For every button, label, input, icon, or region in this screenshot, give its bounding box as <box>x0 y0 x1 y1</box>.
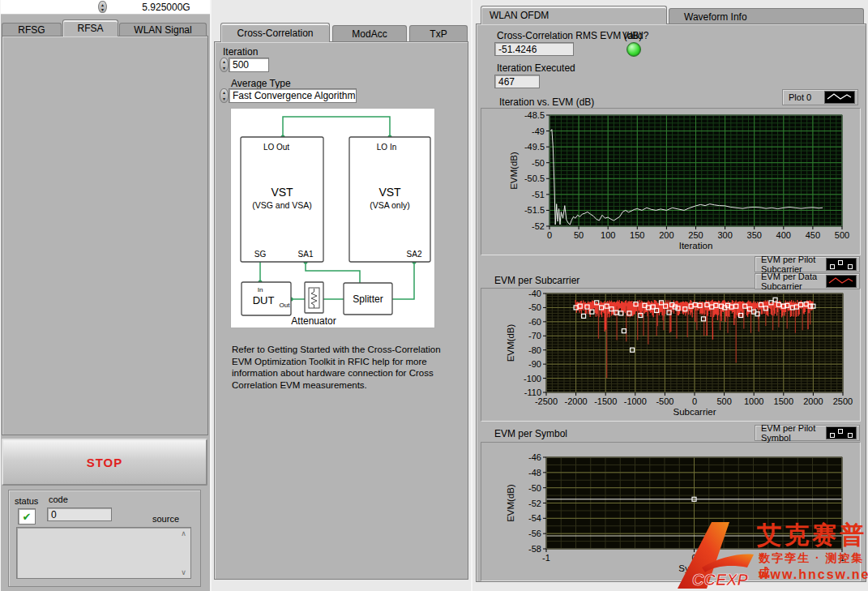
svg-text:-500: -500 <box>656 396 673 406</box>
data-subcarrier-legend[interactable]: EVM per Data Subcarrier <box>755 273 860 289</box>
svg-text:-48.5: -48.5 <box>524 110 545 120</box>
evm-subcarrier-graph: -2500-2000-1500-1000-5000500100015002000… <box>481 288 861 422</box>
spinner-up-icon[interactable]: ▴ <box>223 90 225 95</box>
svg-text:-58: -58 <box>528 544 541 554</box>
line-icon <box>826 275 857 288</box>
iteration-evm-graph: 050100150200250300350400450500-48.5-49-4… <box>481 108 861 255</box>
attenuator-label: Attenuator <box>291 315 336 327</box>
rms-evm-field[interactable]: -51.4246 <box>494 42 574 56</box>
svg-text:100: 100 <box>601 230 615 240</box>
svg-text:500: 500 <box>835 230 849 240</box>
svg-text:-49: -49 <box>532 126 545 136</box>
vst1-title: VST <box>271 186 293 199</box>
tab-cross-correlation-label: Cross-Correlation <box>237 28 313 39</box>
svg-text:2000: 2000 <box>803 396 823 406</box>
svg-text:-52: -52 <box>528 499 541 508</box>
iteration-stepper[interactable]: ▴ ▾ <box>220 58 229 72</box>
svg-text:50: 50 <box>574 230 584 240</box>
svg-text:-50: -50 <box>528 302 541 312</box>
svg-text:-51.5: -51.5 <box>524 205 545 215</box>
scrollbar[interactable]: ∧ ∨ <box>178 529 189 576</box>
svg-text:-56: -56 <box>528 529 541 538</box>
svg-text:-54: -54 <box>528 513 541 523</box>
tab-wlan-ofdm-label: WLAN OFDM <box>490 10 549 21</box>
help-note: Refer to Getting Started with the Cross-… <box>232 344 449 392</box>
sa1-port-label: SA1 <box>298 250 314 259</box>
plot0-legend[interactable]: Plot 0 <box>782 89 858 105</box>
code-value: 0 <box>51 509 57 520</box>
tab-modacc[interactable]: ModAcc <box>332 25 407 41</box>
watermark: CCEXP 艾克赛普 数字孪生 · 测控集成 www.hncsw.net <box>669 517 868 591</box>
svg-text:-60: -60 <box>528 317 541 327</box>
svg-text:-46: -46 <box>528 452 541 462</box>
svg-text:350: 350 <box>747 230 762 240</box>
tab-waveform-info-label: Waveform Info <box>684 11 747 23</box>
plot0-legend-label: Plot 0 <box>789 92 811 102</box>
data-subcarrier-legend-label: EVM per Data Subcarrier <box>761 272 823 291</box>
stop-button[interactable]: STOP <box>2 439 207 486</box>
dut-in-label: In <box>258 286 263 293</box>
tab-waveform-info[interactable]: Waveform Info <box>669 8 864 24</box>
tab-wlan-signal-label: WLAN Signal <box>134 24 191 36</box>
svg-text:-49.5: -49.5 <box>524 142 545 152</box>
svg-text:0: 0 <box>547 230 552 240</box>
svg-text:0: 0 <box>692 396 697 406</box>
svg-text:-90: -90 <box>528 359 541 369</box>
pilot-symbol-legend[interactable]: EVM per Pilot Symbol <box>755 425 860 441</box>
tab-rfsa[interactable]: RFSA <box>62 19 118 36</box>
dut-label: DUT <box>253 294 275 306</box>
tab-txp-label: TxP <box>430 28 447 40</box>
svg-text:-1: -1 <box>542 553 550 563</box>
spinner-down-icon[interactable]: ▾ <box>223 96 225 101</box>
iteration-executed-label: Iteration Executed <box>497 62 575 74</box>
average-type-stepper[interactable]: ▴ ▾ <box>220 88 229 103</box>
svg-text:-110: -110 <box>524 388 541 397</box>
rfsa-tab-page <box>2 36 208 435</box>
tab-wlan-signal[interactable]: WLAN Signal <box>119 23 207 36</box>
iteration-field[interactable]: 500 <box>229 58 269 72</box>
spinner-up-icon[interactable]: ▴ <box>223 59 225 64</box>
pilot-subcarrier-legend[interactable]: EVM per Pilot Subcarrier <box>755 256 860 272</box>
svg-text:-50: -50 <box>532 158 545 168</box>
average-type-value: Fast Convergence Algorithm <box>233 90 355 101</box>
tab-modacc-label: ModAcc <box>352 28 387 40</box>
ccexp-brand-text: CCEXP <box>692 571 749 589</box>
svg-text:150: 150 <box>630 230 644 240</box>
sa2-port-label: SA2 <box>407 250 422 259</box>
svg-text:-2500: -2500 <box>535 396 558 406</box>
svg-text:Iteration: Iteration <box>679 241 713 251</box>
frequency-stepper[interactable]: ▴ ▾ <box>98 1 107 13</box>
source-field[interactable]: ∧ ∨ <box>16 527 191 579</box>
tab-cross-correlation[interactable]: Cross-Correlation <box>220 23 330 42</box>
code-label: code <box>49 495 68 504</box>
vst2-title: VST <box>378 186 401 199</box>
vst1-subtitle: (VSG and VSA) <box>252 200 312 210</box>
tab-rfsa-label: RFSA <box>77 23 103 34</box>
iteration-executed-field[interactable]: 467 <box>494 75 540 88</box>
code-field[interactable]: 0 <box>47 507 112 521</box>
svg-text:-1500: -1500 <box>594 396 617 406</box>
pilot-symbol-legend-label: EVM per Pilot Symbol <box>761 423 823 443</box>
svg-text:-100: -100 <box>524 374 541 383</box>
spinner-down-icon[interactable]: ▾ <box>101 7 104 12</box>
svg-text:1500: 1500 <box>774 396 793 406</box>
tab-txp[interactable]: TxP <box>409 25 468 41</box>
svg-text:1000: 1000 <box>744 396 763 406</box>
average-type-field[interactable]: Fast Convergence Algorithm <box>229 88 357 103</box>
svg-text:-51: -51 <box>532 190 545 199</box>
scroll-up-icon[interactable]: ∧ <box>181 529 186 537</box>
watermark-cn-name: 艾克赛普 <box>757 519 867 552</box>
tab-wlan-ofdm[interactable]: WLAN OFDM <box>481 6 667 24</box>
svg-text:500: 500 <box>716 396 731 406</box>
svg-text:-52: -52 <box>532 221 545 231</box>
status-label: status <box>15 496 38 506</box>
scroll-down-icon[interactable]: ∨ <box>181 568 186 576</box>
svg-text:200: 200 <box>659 230 673 240</box>
spinner-down-icon[interactable]: ▾ <box>223 66 225 71</box>
frequency-value[interactable]: 5.925000G <box>130 2 203 13</box>
svg-text:-48: -48 <box>528 468 541 478</box>
svg-text:-50.5: -50.5 <box>524 173 545 183</box>
svg-text:-80: -80 <box>528 345 541 355</box>
tab-rfsg[interactable]: RFSG <box>2 23 62 36</box>
vst2-subtitle: (VSA only) <box>370 200 410 210</box>
